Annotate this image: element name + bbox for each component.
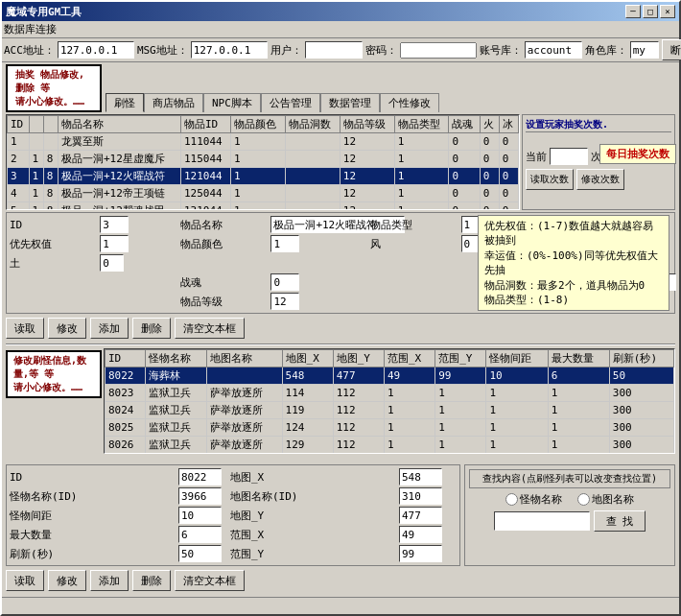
item-add-btn[interactable]: 添加 [90,318,129,339]
refresh-field[interactable] [178,545,222,562]
radio-map[interactable] [577,493,590,506]
monster-table-row[interactable]: 8025监狱卫兵萨举放逐所1241121111300 [106,419,674,437]
item-table-row[interactable]: 1龙翼至斯1110441121000 [8,133,519,151]
max-field[interactable] [178,526,222,543]
th-name: 物品名称 [58,116,180,133]
acc-addr-label: ACC地址： [4,43,55,58]
dist-label2: 怪物间距 [10,509,175,523]
close-button[interactable]: × [660,5,675,18]
tab-data[interactable]: 数据管理 [320,93,380,112]
monster-table-row[interactable]: 8026监狱卫兵萨举放逐所1291121111300 [106,437,674,454]
role-db-input[interactable] [630,41,659,59]
pwd-input[interactable] [400,42,477,59]
mth-refresh: 刷新(秒) [609,350,673,367]
status-bar [2,597,679,614]
db-label: 账号库： [480,43,522,58]
lower-section: 修改刷怪信息,数量,等 等 请小心修改。…… ID 怪物名称 地图名称 [6,348,675,593]
item-table-row[interactable]: 418极品一洞+12帝王项链1250441121000 [8,185,519,202]
mth-map: 地图名称 [207,350,282,367]
warning-box-1: 抽奖 物品修改,删除 等 请小心修改。…… [6,64,102,112]
search-hint: 查找内容(点刷怪列表可以改变查找位置) [469,469,670,488]
tab-notice[interactable]: 公告管理 [261,93,320,112]
title-bar: 魔域专用GM工具 ─ □ × [2,2,679,21]
pwd-label: 密码： [365,43,397,58]
dist-field[interactable] [178,507,222,524]
color-field[interactable] [270,235,299,252]
minimize-button[interactable]: ─ [625,5,641,18]
tab-npc[interactable]: NPC脚本 [203,93,261,112]
maximize-button[interactable]: □ [643,5,658,18]
search-input-row: 查 找 [469,510,670,532]
th-itemid: 物品ID [180,116,230,133]
item-id-field[interactable] [100,216,129,233]
radio-monster[interactable] [505,493,518,506]
item-table-row[interactable]: 218极品一洞+12星虚魔斥1150441121000 [8,151,519,168]
main-content: 抽奖 物品修改,删除 等 请小心修改。…… 刷怪 商店物品 NPC脚本 公告管理… [2,62,679,597]
th-fire: 火 [480,116,499,133]
search-panel: 查找内容(点刷怪列表可以改变查找位置) 怪物名称 地图名称 查 [464,464,675,566]
current-label: 当前 [526,150,547,164]
read-lottery-btn[interactable]: 读取次数 [526,169,574,190]
msg-addr-label: MSG地址： [137,43,188,58]
current-input[interactable] [550,148,588,165]
radio-monster-label: 怪物名称 [505,492,562,507]
monster-name-id-field[interactable] [178,487,222,505]
level-field[interactable] [270,293,299,310]
tab-shop[interactable]: 商店物品 [144,93,203,112]
rx-label2: 范围_X [230,528,395,542]
upper-section: 抽奖 物品修改,删除 等 请小心修改。…… 刷怪 商店物品 NPC脚本 公告管理… [6,64,675,341]
item-delete-btn[interactable]: 删除 [132,318,171,339]
monster-delete-btn[interactable]: 删除 [132,570,171,591]
item-detail-form: ID 物品名称 物品类型 优先权值 物品颜色 风 火 土 [6,212,675,314]
db-input[interactable] [525,41,582,59]
title-controls: ─ □ × [625,5,675,18]
level-label: 物品等级 [180,295,267,309]
map-x-field[interactable] [399,468,442,486]
search-input[interactable] [494,511,590,531]
monster-clear-btn[interactable]: 清空文本框 [175,570,245,591]
item-table-row[interactable]: 518极品一洞+12帮魂战甲1310441121000 [8,202,519,211]
item-name-label: 物品名称 [180,218,267,232]
connect-button[interactable]: 断开 [662,39,681,60]
th-type: 物品类型 [394,116,449,133]
tab-custom[interactable]: 个性修改 [380,93,439,112]
warning-line1: 抽奖 物品修改,删除 等 [15,68,92,95]
item-read-btn[interactable]: 读取 [6,318,44,339]
type-note: 物品洞数：最多2个，道具物品为0 [484,278,663,293]
map-name-id-field[interactable] [399,487,442,505]
rx-field[interactable] [399,526,442,543]
monster-table-row[interactable]: 8023监狱卫兵萨举放逐所1141121111300 [106,385,674,402]
monster-table-row[interactable]: 8022海葬林548477499910650 [106,367,674,385]
priority-label: 优先权值 [10,237,96,251]
item-modify-btn[interactable]: 修改 [48,318,86,339]
msg-addr-input[interactable] [191,41,268,59]
item-section: ID 物品名称 物品ID 物品颜色 物品洞数 物品等级 物品类型 战魂 [6,114,675,210]
ry-field[interactable] [399,545,442,562]
mth-max: 最大数量 [548,350,609,367]
monster-read-btn[interactable]: 读取 [6,570,44,591]
monster-table-row[interactable]: 8024监狱卫兵萨举放逐所1191121111300 [106,402,674,419]
map-y-field[interactable] [399,507,442,524]
earth-field[interactable] [100,254,124,272]
find-button[interactable]: 查 找 [594,510,646,532]
user-input[interactable] [305,41,363,59]
item-table-row[interactable]: 318极品一洞+12火曜战符1210441121000 [8,168,519,185]
modify-lottery-btn[interactable]: 修改次数 [576,169,624,190]
monster-detail-form: ID 地图_X 怪物名称(ID) 地图名称(ID) 怪物间距 地图_Y [6,464,460,566]
soul-field[interactable] [270,273,299,291]
tab-shuaiguai[interactable]: 刷怪 [106,93,144,112]
monster-add-btn[interactable]: 添加 [90,570,129,591]
acc-addr-input[interactable] [58,41,134,59]
priority-field[interactable] [100,235,129,252]
monster-detail-grid: ID 地图_X 怪物名称(ID) 地图名称(ID) 怪物间距 地图_Y [10,468,457,562]
monster-id-field[interactable] [178,468,222,486]
monster-table-row[interactable]: 8027监狱卫兵萨举放逐所1341121111300 [106,454,674,455]
mth-y: 地图_Y [333,350,384,367]
item-clear-btn[interactable]: 清空文本框 [175,318,245,339]
th-c1 [29,116,43,133]
luck-note: 幸运值：(0%-100%)同等优先权值大先抽 [484,249,663,278]
th-level: 物品等级 [340,116,394,133]
monster-modify-btn[interactable]: 修改 [48,570,86,591]
th-color: 物品颜色 [231,116,286,133]
acc-section-label: 数据库连接 [4,22,57,36]
